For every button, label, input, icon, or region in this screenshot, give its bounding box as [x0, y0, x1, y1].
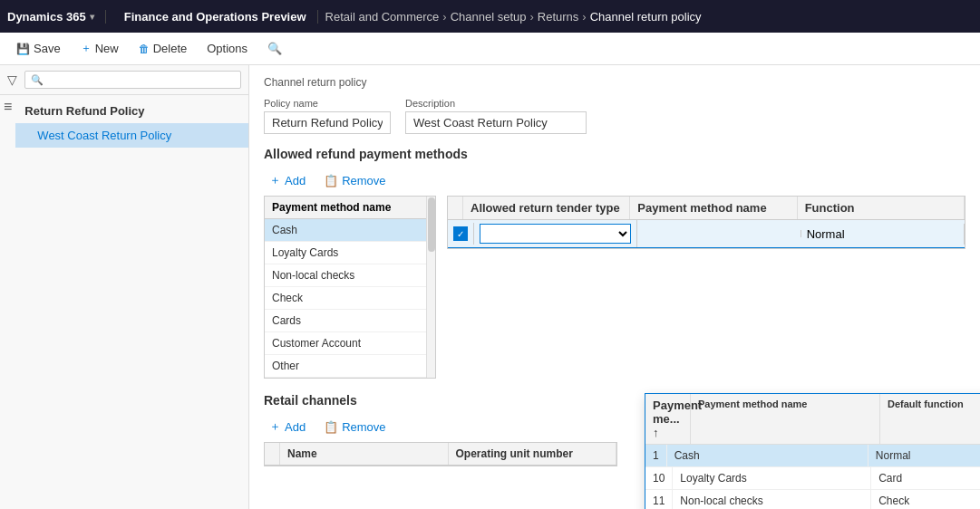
pm-row-cash[interactable]: Cash	[265, 219, 435, 242]
new-button[interactable]: ＋ New	[72, 37, 128, 60]
remove-label: Remove	[342, 174, 385, 187]
form-row: Policy name Description	[264, 98, 965, 134]
add-icon: ＋	[269, 172, 281, 188]
dp-cell-id-1: 1	[645, 445, 667, 466]
channels-col-name: Name	[280, 443, 449, 465]
main-layout: ▽ 🔍 ≡ Return Refund Policy West Coast Re…	[0, 65, 980, 509]
sidebar-toolbar: ▽ 🔍	[0, 65, 248, 95]
col-allowed-tender: Allowed return tender type	[463, 197, 630, 219]
allowed-tender-select-wrapper[interactable]: Cash Loyalty Cards Non-local checks Chec…	[480, 224, 631, 244]
payment-method-header: Payment method name	[265, 197, 435, 219]
remove-channel-label: Remove	[342, 420, 385, 434]
payment-method-scroll[interactable]: Cash Loyalty Cards Non-local checks Chec…	[265, 219, 435, 378]
search-input[interactable]	[47, 73, 235, 86]
remove-channel-button[interactable]: 📋 Remove	[318, 418, 391, 436]
search-box: 🔍	[24, 71, 241, 89]
dp-row-10[interactable]: 10 Loyalty Cards Card	[645, 467, 980, 490]
add-payment-button[interactable]: ＋ Add	[264, 170, 311, 190]
options-button[interactable]: Options	[198, 38, 257, 59]
tender-grid-editing-row: ✓ Cash Loyalty Cards Non-local checks Ch…	[448, 220, 965, 248]
breadcrumb-2[interactable]: Channel setup	[451, 10, 527, 24]
col-check	[448, 197, 463, 219]
pm-scrollbar-thumb	[428, 197, 435, 252]
save-icon: 💾	[16, 43, 30, 55]
filter-icon[interactable]: ▽	[7, 72, 17, 87]
pm-row-customer-account[interactable]: Customer Account	[265, 332, 435, 355]
dp-col-func: Default function	[880, 394, 980, 444]
pm-row-cards[interactable]: Cards	[265, 310, 435, 332]
sidebar-item-west-coast[interactable]: West Coast Return Policy	[15, 123, 248, 148]
search-icon: 🔍	[267, 42, 282, 55]
save-label: Save	[34, 42, 61, 55]
pm-row-loyalty[interactable]: Loyalty Cards	[265, 242, 435, 264]
new-label: New	[95, 42, 119, 55]
dp-cell-name-11: Non-local checks	[673, 490, 871, 509]
delete-icon: 🗑	[139, 43, 150, 55]
pm-row-check[interactable]: Check	[265, 287, 435, 310]
dropdown-header: Payment me... ↑ Payment method name Defa…	[645, 394, 980, 445]
remove-icon: 📋	[324, 174, 338, 187]
description-input[interactable]	[405, 111, 587, 134]
sidebar-item-label: West Coast Return Policy	[37, 129, 171, 142]
breadcrumb: Retail and Commerce › Channel setup › Re…	[325, 10, 973, 24]
action-bar: 💾 Save ＋ New 🗑 Delete Options 🔍	[0, 33, 980, 65]
add-channel-button[interactable]: ＋ Add	[264, 417, 311, 437]
options-label: Options	[207, 42, 247, 55]
top-bar: Dynamics 365 ▾ Finance and Operations Pr…	[0, 0, 980, 33]
brand-label: Dynamics 365	[7, 10, 86, 24]
pm-row-nonlocal[interactable]: Non-local checks	[265, 264, 435, 287]
allowed-tender-select[interactable]: Cash Loyalty Cards Non-local checks Chec…	[480, 225, 630, 243]
main-grid-section: Payment method name Cash Loyalty Cards N…	[264, 196, 965, 379]
tender-type-section: Allowed return tender type Payment metho…	[447, 196, 965, 379]
channels-col-operating: Operating unit number	[449, 443, 617, 465]
brand-area[interactable]: Dynamics 365 ▾	[7, 10, 106, 24]
channels-col-check	[265, 443, 280, 465]
remove-channel-icon: 📋	[324, 420, 338, 434]
breadcrumb-4: Channel return policy	[590, 10, 702, 24]
sidebar: ▽ 🔍 ≡ Return Refund Policy West Coast Re…	[0, 65, 249, 509]
description-field: Description	[405, 98, 587, 134]
dp-cell-id-11: 11	[645, 490, 673, 509]
dropdown-popup: Payment me... ↑ Payment method name Defa…	[645, 393, 980, 509]
policy-name-input[interactable]	[264, 111, 391, 134]
description-label: Description	[405, 98, 587, 109]
delete-label: Delete	[153, 42, 188, 55]
allowed-tender-cell[interactable]: Cash Loyalty Cards Non-local checks Chec…	[474, 220, 637, 247]
breadcrumb-sep-1: ›	[442, 10, 446, 24]
new-icon: ＋	[81, 41, 92, 56]
col-payment-method: Payment method name	[630, 197, 797, 219]
allowed-refund-heading: Allowed refund payment methods	[264, 147, 965, 161]
breadcrumb-3[interactable]: Returns	[538, 10, 579, 24]
add-channel-icon: ＋	[269, 418, 281, 435]
sidebar-lines-icon[interactable]: ≡	[0, 99, 15, 115]
allowed-refund-toolbar: ＋ Add 📋 Remove	[264, 170, 965, 190]
policy-name-field: Policy name	[264, 98, 391, 134]
channels-grid: Name Operating unit number	[264, 442, 617, 466]
dropdown-rows: 1 Cash Normal 10 Loyalty Cards Card 11 N…	[645, 445, 980, 509]
policy-name-label: Policy name	[264, 98, 391, 109]
dp-col-name: Payment method name	[691, 394, 880, 444]
breadcrumb-1[interactable]: Retail and Commerce	[325, 10, 440, 24]
pm-scrollbar[interactable]	[426, 197, 435, 378]
dp-cell-name-1: Cash	[667, 445, 868, 466]
dp-row-1[interactable]: 1 Cash Normal	[645, 445, 980, 467]
breadcrumb-sep-2: ›	[529, 10, 533, 24]
add-label: Add	[285, 174, 306, 187]
search-button[interactable]: 🔍	[258, 38, 291, 59]
payment-method-list: Payment method name Cash Loyalty Cards N…	[264, 196, 436, 379]
pm-row-other[interactable]: Other	[265, 355, 435, 378]
delete-button[interactable]: 🗑 Delete	[130, 38, 197, 59]
dp-cell-func-11: Check	[871, 490, 980, 509]
brand-chevron[interactable]: ▾	[90, 12, 94, 22]
add-channel-label: Add	[285, 420, 306, 434]
tender-type-grid: Allowed return tender type Payment metho…	[447, 196, 965, 249]
save-button[interactable]: 💾 Save	[7, 38, 70, 59]
check-blue-icon: ✓	[453, 226, 468, 241]
section-title: Channel return policy	[264, 76, 965, 89]
col-function: Function	[798, 197, 965, 219]
remove-payment-button[interactable]: 📋 Remove	[318, 172, 391, 189]
function-cell: Normal	[801, 224, 965, 245]
dp-row-11[interactable]: 11 Non-local checks Check	[645, 490, 980, 509]
channels-grid-header: Name Operating unit number	[265, 443, 616, 466]
tender-grid-header: Allowed return tender type Payment metho…	[448, 197, 965, 220]
